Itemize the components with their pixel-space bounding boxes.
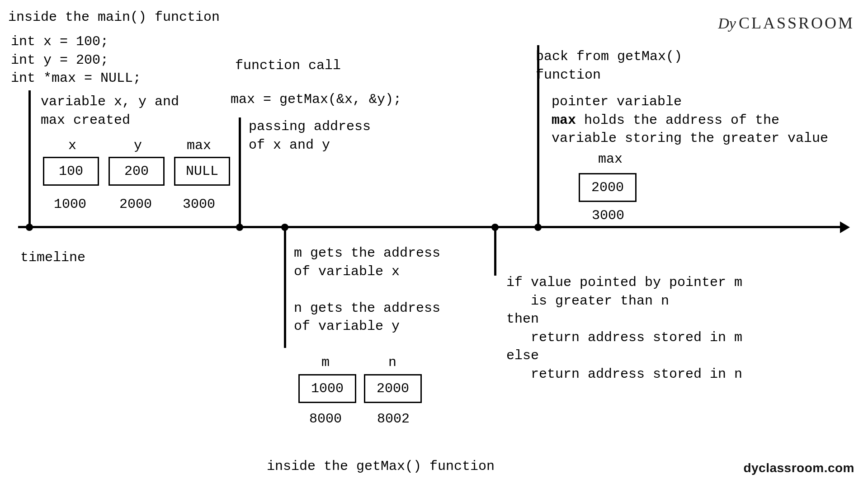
var-name: y (129, 138, 147, 153)
logo-text: CLASSROOM (739, 14, 854, 32)
code-declarations: int x = 100; int y = 200; int *max = NUL… (11, 33, 141, 88)
tick-down (284, 226, 286, 348)
logo-prefix: Dy (718, 15, 736, 32)
title-main: inside the main() function (8, 8, 220, 27)
var-box: NULL (174, 157, 230, 186)
var-addr: 1000 (52, 197, 88, 212)
timeline-axis (18, 226, 841, 228)
var-addr: 8000 (307, 411, 344, 427)
var-value: 1000 (311, 381, 344, 396)
var-box: 200 (108, 157, 165, 186)
below1-caption: m gets the address of variable x n gets … (294, 244, 440, 336)
below2-text: if value pointed by pointer m is greater… (506, 273, 742, 383)
var-value: 100 (59, 164, 83, 179)
tick-down (494, 226, 496, 276)
footer-brand: dyclassroom.com (743, 461, 854, 475)
var-name: max (181, 138, 217, 153)
tick-up (28, 90, 31, 226)
section1-caption: variable x, y and max created (41, 93, 179, 129)
var-value: 200 (124, 164, 149, 179)
section3-caption: pointer variable max holds the address o… (552, 93, 828, 148)
var-addr: 3000 (181, 197, 217, 212)
section3-title: back from getMax() function (536, 47, 682, 84)
section2-title: function call (235, 56, 341, 75)
var-box: 1000 (298, 374, 356, 403)
var-name: max (592, 151, 628, 167)
var-name: n (383, 355, 401, 370)
var-box: 2000 (364, 374, 422, 403)
var-value: 2000 (591, 180, 624, 195)
var-box: 2000 (579, 173, 637, 202)
var-value: NULL (186, 164, 218, 179)
timeline-arrowhead (840, 221, 850, 233)
section2-caption: passing address of x and y (249, 117, 371, 154)
var-addr: 3000 (590, 208, 626, 223)
section2-call: max = getMax(&x, &y); (231, 90, 401, 109)
footer-title: inside the getMax() function (267, 457, 495, 476)
var-addr: 2000 (118, 197, 154, 212)
var-addr: 8002 (375, 411, 411, 427)
var-name: m (316, 355, 335, 370)
var-box: 100 (43, 157, 99, 186)
brand-logo: DyCLASSROOM (718, 14, 854, 33)
var-value: 2000 (377, 381, 409, 396)
tick-up (239, 117, 241, 226)
var-name: x (63, 138, 81, 153)
timeline-label: timeline (20, 249, 85, 267)
